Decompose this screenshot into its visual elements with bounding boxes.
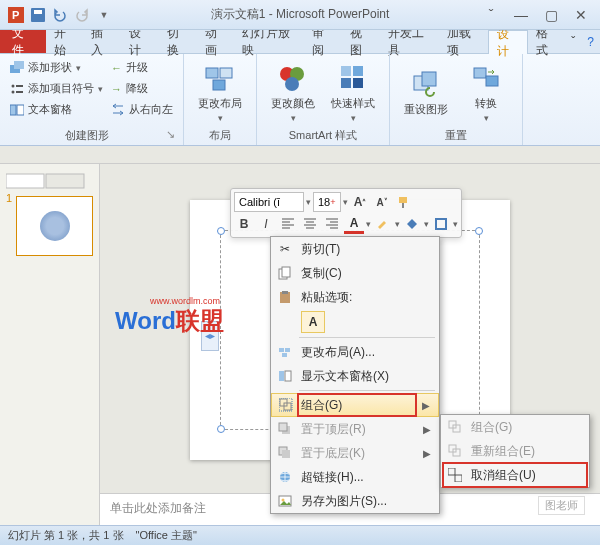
menu-bring-front[interactable]: 置于顶层(R)▶ bbox=[271, 417, 439, 441]
group-icon bbox=[447, 419, 463, 435]
minimize-ribbon-icon[interactable]: ˇ bbox=[482, 6, 500, 24]
italic-button[interactable]: I bbox=[256, 214, 276, 234]
svg-rect-42 bbox=[285, 348, 290, 352]
ribbon-group-smartart-styles: 更改颜色▾ 快速样式▾ SmartArt 样式 bbox=[257, 54, 390, 145]
font-family-select[interactable]: Calibri (ī bbox=[234, 192, 304, 212]
shape-outline-button[interactable] bbox=[431, 214, 451, 234]
slide-counter: 幻灯片 第 1 张，共 1 张 bbox=[8, 528, 124, 543]
ungroup-icon bbox=[447, 467, 463, 483]
tab-smartart-design[interactable]: 设计 bbox=[488, 30, 528, 54]
ribbon-group-shapes-label: 创建图形 bbox=[65, 129, 109, 141]
minimize-icon[interactable]: — bbox=[512, 6, 530, 24]
menu-paste-options[interactable]: 粘贴选项: bbox=[271, 285, 439, 309]
tab-animations[interactable]: 动画 bbox=[197, 30, 235, 53]
tab-view[interactable]: 视图 bbox=[342, 30, 380, 53]
svg-rect-43 bbox=[282, 353, 287, 357]
bold-button[interactable]: B bbox=[234, 214, 254, 234]
submenu-regroup-item[interactable]: 重新组合(E) bbox=[441, 439, 589, 463]
redo-icon[interactable] bbox=[74, 7, 90, 23]
thumbnail-tabs[interactable] bbox=[6, 172, 93, 192]
demote-label: 降级 bbox=[126, 81, 148, 96]
tab-file[interactable]: 文件 bbox=[0, 30, 46, 53]
tab-format[interactable]: 格式 bbox=[528, 30, 566, 53]
resize-handle-icon[interactable] bbox=[217, 425, 225, 433]
shrink-font-button[interactable]: A˅ bbox=[372, 192, 392, 212]
resize-handle-icon[interactable] bbox=[475, 227, 483, 235]
add-bullet-label: 添加项目符号 bbox=[28, 81, 94, 96]
font-size-select[interactable]: 18+ bbox=[313, 192, 341, 212]
qat-dropdown-icon[interactable]: ▼ bbox=[96, 7, 112, 23]
tab-slideshow[interactable]: 幻灯片放映 bbox=[234, 30, 304, 53]
svg-rect-3 bbox=[34, 10, 42, 14]
chevron-down-icon[interactable]: ▾ bbox=[453, 219, 458, 229]
reset-graphic-button[interactable]: 重设图形 bbox=[398, 58, 454, 126]
chevron-down-icon[interactable]: ▾ bbox=[424, 219, 429, 229]
svg-rect-50 bbox=[279, 423, 287, 431]
ribbon-group-reset-label: 重置 bbox=[445, 129, 467, 141]
help-icon[interactable]: ? bbox=[581, 30, 600, 53]
quick-styles-button[interactable]: 快速样式▾ bbox=[325, 58, 381, 126]
grow-font-button[interactable]: A˄ bbox=[350, 192, 370, 212]
add-shape-button[interactable]: 添加形状 ▾ bbox=[8, 58, 105, 77]
menu-save-as-picture[interactable]: 另存为图片(S)... bbox=[271, 489, 439, 513]
dialog-launcher-icon[interactable]: ↘ bbox=[166, 128, 175, 141]
svg-rect-52 bbox=[282, 450, 290, 458]
copy-icon bbox=[277, 265, 293, 281]
ribbon: 添加形状 ▾ 添加项目符号 ▾ 文本窗格 ←升级 →降级 从右向左 创建图形↘ … bbox=[0, 54, 600, 146]
chevron-down-icon[interactable]: ▾ bbox=[306, 197, 311, 207]
chevron-down-icon[interactable]: ▾ bbox=[395, 219, 400, 229]
highlight-button[interactable] bbox=[373, 214, 393, 234]
change-layout-button[interactable]: 更改布局▾ bbox=[192, 58, 248, 126]
align-center-button[interactable] bbox=[300, 214, 320, 234]
status-bar: 幻灯片 第 1 张，共 1 张 "Office 主题" bbox=[0, 525, 600, 545]
menu-hyperlink[interactable]: 超链接(H)... bbox=[271, 465, 439, 489]
menu-copy[interactable]: 复制(C) bbox=[271, 261, 439, 285]
highlight-box bbox=[297, 393, 417, 417]
watermark-url: www.wordlm.com bbox=[150, 296, 220, 306]
text-pane-button[interactable]: 文本窗格 bbox=[8, 100, 105, 119]
undo-icon[interactable] bbox=[52, 7, 68, 23]
close-icon[interactable]: ✕ bbox=[572, 6, 590, 24]
minimize-ribbon-icon[interactable]: ˇ bbox=[565, 30, 581, 53]
align-left-button[interactable] bbox=[278, 214, 298, 234]
chevron-down-icon[interactable]: ▾ bbox=[366, 219, 371, 229]
tab-transitions[interactable]: 切换 bbox=[159, 30, 197, 53]
menu-show-text-pane[interactable]: 显示文本窗格(X) bbox=[271, 364, 439, 388]
thumbnail-pane: 1 bbox=[0, 164, 100, 525]
title-bar: P ▼ 演示文稿1 - Microsoft PowerPoint ˇ — ▢ ✕ bbox=[0, 0, 600, 30]
paste-keep-formatting-button[interactable]: A bbox=[301, 311, 325, 333]
ribbon-group-layouts: 更改布局▾ 布局 bbox=[184, 54, 257, 145]
resize-handle-icon[interactable] bbox=[217, 227, 225, 235]
tab-developer[interactable]: 开发工具 bbox=[380, 30, 439, 53]
submenu-group-item[interactable]: 组合(G) bbox=[441, 415, 589, 439]
tab-home[interactable]: 开始 bbox=[46, 30, 84, 53]
rtl-button[interactable]: 从右向左 bbox=[109, 100, 175, 119]
tab-addins[interactable]: 加载项 bbox=[439, 30, 488, 53]
submenu-ungroup-item[interactable]: 取消组合(U) bbox=[441, 463, 589, 487]
svg-rect-12 bbox=[206, 68, 218, 78]
tab-design[interactable]: 设计 bbox=[121, 30, 159, 53]
promote-button[interactable]: ←升级 bbox=[109, 58, 175, 77]
menu-group[interactable]: 组合(G)▶ bbox=[271, 393, 439, 417]
slide-thumbnail[interactable] bbox=[16, 196, 93, 256]
menu-label: 组合(G) bbox=[471, 419, 512, 436]
rtl-label: 从右向左 bbox=[129, 102, 173, 117]
convert-button[interactable]: 转换▾ bbox=[458, 58, 514, 126]
svg-point-8 bbox=[12, 90, 15, 93]
add-bullet-button[interactable]: 添加项目符号 ▾ bbox=[8, 79, 105, 98]
align-right-button[interactable] bbox=[322, 214, 342, 234]
maximize-icon[interactable]: ▢ bbox=[542, 6, 560, 24]
menu-change-layout[interactable]: 更改布局(A)... bbox=[271, 340, 439, 364]
font-color-button[interactable]: A bbox=[344, 214, 364, 234]
shape-fill-button[interactable] bbox=[402, 214, 422, 234]
expand-text-pane-button[interactable]: ◂▸ bbox=[201, 321, 219, 351]
menu-cut[interactable]: ✂剪切(T) bbox=[271, 237, 439, 261]
save-icon[interactable] bbox=[30, 7, 46, 23]
demote-button[interactable]: →降级 bbox=[109, 79, 175, 98]
tab-review[interactable]: 审阅 bbox=[304, 30, 342, 53]
menu-send-back[interactable]: 置于底层(K)▶ bbox=[271, 441, 439, 465]
change-colors-button[interactable]: 更改颜色▾ bbox=[265, 58, 321, 126]
tab-insert[interactable]: 插入 bbox=[83, 30, 121, 53]
chevron-down-icon[interactable]: ▾ bbox=[343, 197, 348, 207]
format-painter-button[interactable] bbox=[394, 192, 414, 212]
